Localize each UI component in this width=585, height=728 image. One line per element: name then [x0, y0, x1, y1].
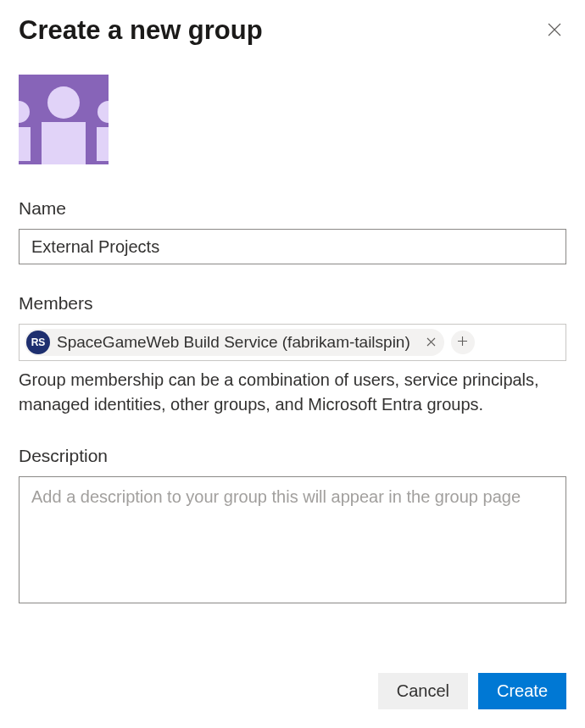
close-button[interactable] [543, 18, 566, 44]
close-icon [426, 336, 436, 349]
description-input[interactable] [19, 476, 566, 603]
members-input[interactable]: RS SpaceGameWeb Build Service (fabrikam-… [19, 324, 566, 361]
name-label: Name [19, 198, 566, 219]
add-member-button[interactable] [451, 331, 475, 354]
cancel-button[interactable]: Cancel [378, 673, 468, 709]
close-icon [548, 23, 561, 39]
name-input[interactable] [19, 229, 566, 264]
members-help-text: Group membership can be a combination of… [19, 368, 566, 417]
plus-icon [457, 336, 468, 349]
create-button[interactable]: Create [478, 673, 566, 709]
dialog-title: Create a new group [19, 15, 263, 46]
description-label: Description [19, 446, 566, 466]
remove-member-button[interactable] [421, 331, 443, 353]
members-label: Members [19, 293, 566, 314]
avatar: RS [26, 331, 50, 354]
member-chip: RS SpaceGameWeb Build Service (fabrikam-… [25, 329, 444, 356]
group-avatar-placeholder [19, 75, 109, 164]
member-chip-label: SpaceGameWeb Build Service (fabrikam-tai… [57, 333, 414, 352]
